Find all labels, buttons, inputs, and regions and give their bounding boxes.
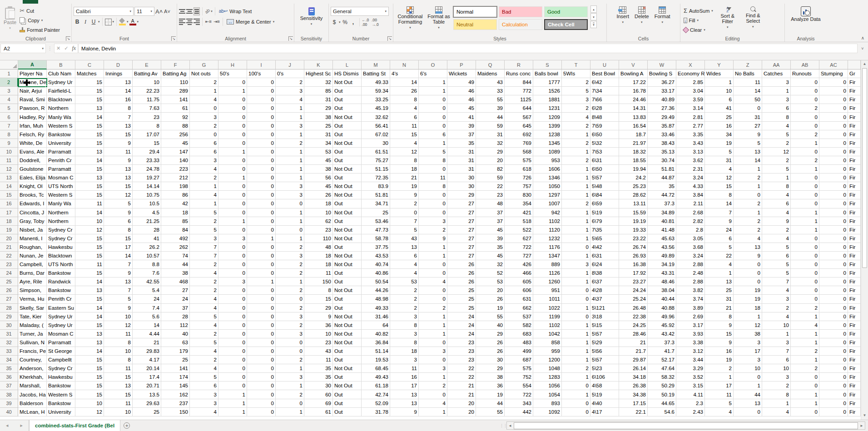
cell[interactable]: 24.24 xyxy=(619,286,648,295)
cell[interactable]: 1 xyxy=(276,156,304,165)
column-header-P[interactable]: P xyxy=(447,60,476,69)
cell[interactable]: 35 xyxy=(304,373,333,381)
cell[interactable]: Malone, Devlin xyxy=(18,78,47,87)
cell[interactable]: 951 xyxy=(533,286,562,295)
cell[interactable]: 25.23 xyxy=(619,182,648,191)
cell[interactable]: 15 xyxy=(75,139,104,148)
cell[interactable]: 13 xyxy=(104,381,133,390)
cell[interactable]: 19 xyxy=(705,139,734,148)
cell[interactable]: 5 xyxy=(705,148,734,156)
cell[interactable]: Turner, Ja xyxy=(18,330,47,338)
cell[interactable]: 11 xyxy=(734,78,762,87)
cell[interactable]: 0 xyxy=(218,95,247,104)
cell[interactable]: 568 xyxy=(505,148,533,156)
cell[interactable]: Not Out xyxy=(333,191,362,199)
cell[interactable]: 25 xyxy=(705,113,734,121)
cell[interactable]: 2 xyxy=(562,156,590,165)
cell[interactable]: 24.25 xyxy=(619,321,648,330)
cell[interactable]: 51.15 xyxy=(362,165,390,173)
cell[interactable]: 0 xyxy=(247,87,276,95)
cell[interactable]: 37.3 xyxy=(648,199,676,208)
cell[interactable]: Fir xyxy=(848,260,861,269)
cell[interactable]: 18 xyxy=(390,347,419,356)
cell[interactable]: Out xyxy=(333,104,362,113)
font-dialog-launcher[interactable]: ↘ xyxy=(171,36,176,41)
cell[interactable]: 37 xyxy=(447,130,476,139)
column-header-U[interactable]: U xyxy=(590,60,619,69)
cell[interactable]: 45 xyxy=(304,182,333,191)
cell[interactable]: 5 xyxy=(190,338,218,347)
cell[interactable]: 22.23 xyxy=(133,87,161,95)
cell[interactable]: 14 xyxy=(75,156,104,165)
cell[interactable]: 554 xyxy=(505,381,533,390)
cell[interactable]: Innings xyxy=(104,69,133,78)
cell[interactable]: 84 xyxy=(161,226,190,234)
cell[interactable]: 36 xyxy=(304,321,333,330)
cell[interactable]: Hawkesbu xyxy=(47,243,75,252)
cell[interactable]: 2.8 xyxy=(676,226,705,234)
cell[interactable]: 1399 xyxy=(533,122,562,130)
expand-formula-bar-button[interactable]: ˅ xyxy=(858,46,868,51)
horizontal-scroll-thumb[interactable] xyxy=(514,422,858,429)
cell[interactable]: 27 xyxy=(447,226,476,234)
cell[interactable]: 22 xyxy=(447,364,476,373)
cell[interactable]: 8 xyxy=(104,356,133,364)
cell[interactable]: 21 xyxy=(619,338,648,347)
cell[interactable]: 7 xyxy=(390,217,419,226)
cell[interactable]: 0 xyxy=(218,191,247,199)
cell[interactable]: 56 xyxy=(304,173,333,182)
cell[interactable]: 85 xyxy=(161,217,190,226)
fill-color-button[interactable] xyxy=(119,19,126,25)
cell[interactable]: Randwick xyxy=(47,277,75,286)
cell[interactable]: 88 xyxy=(161,122,190,130)
format-cells-button[interactable]: Format▾ xyxy=(653,5,672,35)
cell[interactable]: 1 xyxy=(419,252,447,260)
cell[interactable]: 8 xyxy=(104,104,133,113)
clear-button[interactable]: Clear▾ xyxy=(682,25,714,34)
cell[interactable]: 60 xyxy=(304,390,333,399)
align-left-button[interactable] xyxy=(179,18,185,26)
row-header-19[interactable]: 19 xyxy=(0,226,18,234)
cell[interactable]: 53 xyxy=(476,277,505,286)
cell[interactable]: 4 xyxy=(390,260,419,269)
cell[interactable]: Penrith Cr xyxy=(47,295,75,303)
cell[interactable]: 13 xyxy=(104,78,133,87)
cell[interactable]: 29 xyxy=(304,104,333,113)
cell[interactable]: 22 xyxy=(476,182,505,191)
cell[interactable]: 0 xyxy=(562,408,590,416)
cell[interactable]: 3 xyxy=(419,217,447,226)
cell[interactable]: 4 xyxy=(705,260,734,269)
decrease-decimal-button[interactable]: .00→.0 xyxy=(372,18,379,27)
cell[interactable]: 12 xyxy=(390,148,419,156)
cell[interactable]: St George xyxy=(47,347,75,356)
cell[interactable]: 0 xyxy=(218,330,247,338)
cell[interactable]: 1 xyxy=(734,381,762,390)
cell[interactable]: Fir xyxy=(848,173,861,182)
cell[interactable]: 4.11 xyxy=(676,390,705,399)
cell[interactable]: 41.48 xyxy=(648,226,676,234)
cell[interactable]: 1 xyxy=(734,208,762,217)
cell[interactable]: 28 xyxy=(133,226,161,234)
scroll-left-arrow[interactable]: ◄ xyxy=(507,424,513,428)
file-tab-sliver[interactable] xyxy=(23,0,38,4)
cell[interactable]: 20 xyxy=(476,156,505,165)
cell[interactable]: 4 xyxy=(190,408,218,416)
cell[interactable]: 2 xyxy=(190,78,218,87)
cell[interactable]: 0 xyxy=(247,78,276,87)
cell[interactable]: 9 xyxy=(734,252,762,260)
cell[interactable]: 2 xyxy=(390,304,419,312)
cell[interactable]: 9 xyxy=(390,408,419,416)
cell[interactable]: Fir xyxy=(848,104,861,113)
cell[interactable]: 537 xyxy=(505,312,533,321)
cell[interactable]: Out xyxy=(333,269,362,277)
cell[interactable]: 0 xyxy=(419,113,447,121)
cell[interactable]: 3.38 xyxy=(676,338,705,347)
cell[interactable]: 2 xyxy=(791,347,819,356)
cell[interactable]: 1 xyxy=(218,399,247,408)
cell[interactable]: 6\84 xyxy=(590,191,619,199)
cell[interactable]: 1 xyxy=(562,356,590,364)
cell[interactable]: 29.83 xyxy=(133,347,161,356)
cell[interactable]: 10 xyxy=(75,399,104,408)
select-all-corner[interactable] xyxy=(0,60,18,69)
cell[interactable]: 9 xyxy=(104,156,133,165)
